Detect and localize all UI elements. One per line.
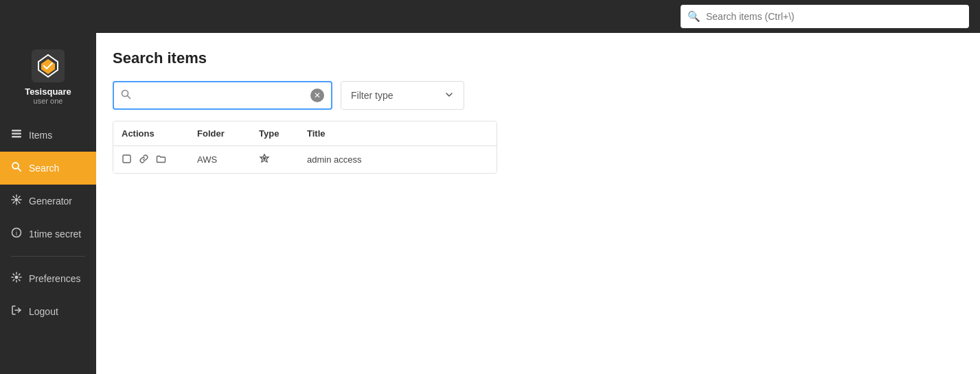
topbar-search-input[interactable]	[706, 11, 962, 22]
svg-line-12	[19, 202, 20, 203]
user-name: user one	[34, 97, 63, 105]
chevron-down-icon	[444, 90, 454, 102]
sidebar-label-preferences: Preferences	[29, 273, 80, 284]
action-link-icon[interactable]	[139, 154, 149, 166]
sidebar-item-generator[interactable]: Generator	[0, 185, 96, 218]
topbar-search-bar[interactable]: 🔍	[681, 5, 969, 28]
search-input-wrap: acco ✕	[113, 81, 332, 110]
app-name: Tesisquare	[25, 86, 71, 97]
search-input[interactable]: acco	[137, 90, 305, 102]
page-title: Search items	[113, 49, 964, 67]
row-folder: AWS	[197, 154, 259, 165]
svg-line-14	[13, 202, 14, 203]
svg-point-22	[263, 157, 266, 160]
search-input-icon	[121, 89, 131, 102]
table-row: AWS admin access	[113, 146, 497, 173]
sidebar-item-logout[interactable]: Logout	[0, 295, 96, 328]
svg-rect-21	[123, 155, 130, 163]
col-header-folder: Folder	[197, 128, 259, 139]
col-header-type: Type	[259, 128, 307, 139]
svg-rect-2	[12, 133, 21, 135]
sidebar-nav: Items Search Generator i 1time secret	[0, 119, 96, 374]
action-folder-icon[interactable]	[156, 154, 166, 166]
sidebar-label-logout: Logout	[29, 306, 58, 317]
topbar: 🔍	[0, 0, 980, 33]
filter-type-button[interactable]: Filter type	[341, 81, 464, 110]
svg-line-20	[128, 96, 130, 99]
logout-icon	[11, 305, 22, 318]
sidebar-divider	[11, 256, 85, 257]
clear-search-button[interactable]: ✕	[310, 89, 324, 102]
svg-text:i: i	[16, 230, 17, 237]
topbar-search-icon: 🔍	[687, 10, 700, 23]
content-area: Search items acco ✕ Filter type Actions	[96, 33, 980, 374]
col-header-title: Title	[307, 128, 488, 139]
svg-line-13	[19, 196, 20, 198]
svg-point-17	[15, 276, 19, 279]
sidebar: Tesisquare user one Items Search Gene	[0, 33, 96, 374]
preferences-icon	[11, 272, 22, 285]
sidebar-item-items[interactable]: Items	[0, 119, 96, 152]
row-actions	[122, 154, 197, 166]
onetimesecret-icon: i	[11, 227, 22, 241]
search-icon	[11, 161, 22, 175]
svg-line-5	[18, 168, 21, 171]
row-type	[259, 153, 307, 166]
sidebar-item-onetimesecret[interactable]: i 1time secret	[0, 218, 96, 250]
sidebar-label-onetimesecret: 1time secret	[29, 229, 81, 239]
row-title: admin access	[307, 154, 488, 165]
app-logo: Tesisquare user one	[0, 38, 96, 119]
sidebar-label-generator: Generator	[29, 196, 72, 207]
sidebar-bottom: Preferences Logout	[0, 262, 96, 339]
search-bar-row: acco ✕ Filter type	[113, 81, 964, 110]
filter-type-label: Filter type	[351, 90, 393, 101]
svg-point-6	[15, 198, 19, 202]
col-header-actions: Actions	[122, 128, 197, 139]
svg-rect-3	[12, 136, 21, 138]
sidebar-label-search: Search	[29, 163, 59, 174]
generator-icon	[11, 194, 22, 208]
sidebar-label-items: Items	[29, 130, 52, 141]
items-icon	[11, 128, 22, 142]
results-table: Actions Folder Type Title AWS	[113, 121, 497, 174]
svg-line-11	[13, 196, 14, 198]
sidebar-item-preferences[interactable]: Preferences	[0, 262, 96, 295]
sidebar-item-search[interactable]: Search	[0, 152, 96, 185]
main-layout: Tesisquare user one Items Search Gene	[0, 33, 980, 374]
action-view-icon[interactable]	[122, 154, 132, 166]
svg-rect-1	[12, 130, 21, 132]
table-header: Actions Folder Type Title	[113, 121, 497, 146]
